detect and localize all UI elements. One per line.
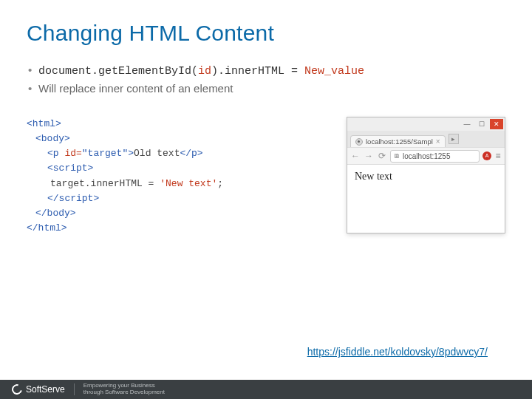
extension-badge-icon[interactable]: A bbox=[482, 151, 491, 160]
tab-label: localhost:1255/Sampl bbox=[366, 137, 433, 146]
footer-divider bbox=[74, 383, 75, 395]
footer-brand: SoftServe bbox=[26, 384, 65, 395]
url-input[interactable]: 🗎 localhost:1255 bbox=[390, 150, 480, 163]
window-titlebar: — ☐ ✕ bbox=[347, 117, 505, 131]
footer-tagline: Empowering your Business through Softwar… bbox=[83, 383, 165, 396]
tab-close-icon[interactable]: × bbox=[436, 137, 440, 146]
url-text: localhost:1255 bbox=[403, 152, 451, 160]
code-example: <html> <body> <p id="target">Old text</p… bbox=[27, 117, 339, 236]
bullet-code: document.getElementById(id).innerHTML = … bbox=[27, 64, 505, 78]
bullet-text: Will replace inner content of an element bbox=[27, 82, 505, 95]
window-close-icon[interactable]: ✕ bbox=[490, 119, 503, 129]
window-maximize-icon[interactable]: ☐ bbox=[475, 119, 488, 129]
softserve-logo-icon bbox=[10, 382, 24, 396]
new-tab-button[interactable]: ▸ bbox=[449, 134, 459, 144]
nav-reload-icon[interactable]: ⟳ bbox=[377, 151, 387, 161]
browser-content: New text bbox=[347, 165, 505, 233]
browser-menu-icon[interactable]: ≡ bbox=[494, 151, 502, 161]
footer-logo: SoftServe bbox=[12, 384, 65, 395]
slide-title: Changing HTML Content bbox=[27, 21, 505, 46]
nav-forward-icon[interactable]: → bbox=[364, 151, 374, 161]
browser-tab[interactable]: localhost:1255/Sampl × bbox=[350, 135, 446, 147]
window-minimize-icon[interactable]: — bbox=[460, 119, 474, 129]
jsfiddle-link[interactable]: https://jsfiddle.net/koldovsky/8pdwvcy7/ bbox=[307, 346, 488, 358]
browser-tabs: localhost:1255/Sampl × ▸ bbox=[347, 131, 505, 147]
nav-back-icon[interactable]: ← bbox=[350, 151, 361, 161]
browser-mock: — ☐ ✕ localhost:1255/Sampl × ▸ ← → ⟳ 🗎 l… bbox=[347, 117, 505, 233]
bullet-list: document.getElementById(id).innerHTML = … bbox=[27, 64, 505, 95]
browser-toolbar: ← → ⟳ 🗎 localhost:1255 A ≡ bbox=[347, 147, 505, 165]
tab-favicon-icon bbox=[355, 138, 363, 146]
page-icon: 🗎 bbox=[394, 152, 400, 160]
footer: SoftServe Empowering your Business throu… bbox=[0, 380, 532, 399]
